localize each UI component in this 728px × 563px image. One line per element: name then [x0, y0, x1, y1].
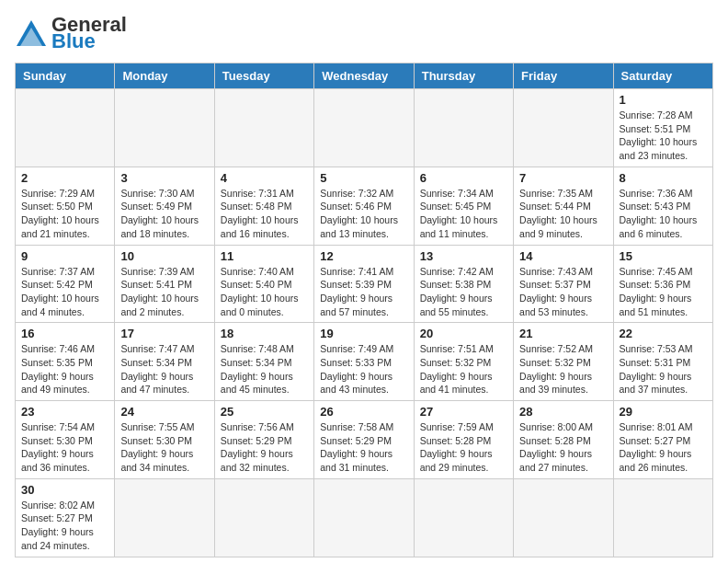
day-number: 18: [221, 327, 308, 340]
calendar-cell: 18Sunrise: 7:48 AMSunset: 5:34 PMDayligh…: [214, 323, 313, 401]
day-info: Sunrise: 7:30 AMSunset: 5:49 PMDaylight:…: [120, 187, 208, 241]
day-number: 4: [221, 171, 308, 185]
calendar-cell: 4Sunrise: 7:31 AMSunset: 5:48 PMDaylight…: [214, 167, 313, 245]
calendar-cell: [115, 478, 214, 557]
day-info: Sunrise: 7:42 AMSunset: 5:38 PMDaylight:…: [420, 265, 507, 319]
calendar-cell: 29Sunrise: 8:01 AMSunset: 5:27 PMDayligh…: [613, 401, 712, 479]
calendar-cell: 17Sunrise: 7:47 AMSunset: 5:34 PMDayligh…: [115, 323, 214, 401]
calendar-cell: 28Sunrise: 8:00 AMSunset: 5:28 PMDayligh…: [514, 401, 613, 479]
day-number: 10: [120, 249, 208, 263]
logo-blue: Blue: [51, 31, 96, 52]
calendar-cell: 1Sunrise: 7:28 AMSunset: 5:51 PMDaylight…: [613, 89, 712, 167]
day-info: Sunrise: 7:31 AMSunset: 5:48 PMDaylight:…: [221, 187, 308, 241]
calendar-cell: 24Sunrise: 7:55 AMSunset: 5:30 PMDayligh…: [115, 401, 214, 479]
day-header-tuesday: Tuesday: [214, 63, 313, 89]
day-number: 5: [320, 171, 407, 185]
day-info: Sunrise: 7:41 AMSunset: 5:39 PMDaylight:…: [320, 265, 407, 319]
day-number: 26: [320, 405, 407, 419]
day-number: 7: [519, 171, 607, 185]
calendar-week-row: 1Sunrise: 7:28 AMSunset: 5:51 PMDaylight…: [16, 89, 713, 167]
day-number: 14: [519, 249, 607, 263]
calendar-cell: [514, 478, 613, 557]
day-header-saturday: Saturday: [613, 63, 712, 89]
day-number: 1: [620, 93, 707, 107]
day-info: Sunrise: 7:52 AMSunset: 5:32 PMDaylight:…: [519, 342, 607, 396]
day-number: 17: [120, 327, 208, 340]
calendar-cell: [214, 478, 313, 557]
day-info: Sunrise: 7:55 AMSunset: 5:30 PMDaylight:…: [120, 420, 208, 475]
day-info: Sunrise: 7:47 AMSunset: 5:34 PMDaylight:…: [120, 342, 208, 396]
calendar-cell: [314, 89, 414, 167]
calendar-cell: 13Sunrise: 7:42 AMSunset: 5:38 PMDayligh…: [414, 245, 513, 323]
day-number: 12: [320, 249, 407, 263]
calendar-cell: 27Sunrise: 7:59 AMSunset: 5:28 PMDayligh…: [414, 401, 513, 479]
day-number: 13: [420, 249, 507, 263]
calendar-cell: 9Sunrise: 7:37 AMSunset: 5:42 PMDaylight…: [16, 245, 115, 323]
day-number: 23: [21, 405, 108, 419]
day-info: Sunrise: 7:46 AMSunset: 5:35 PMDaylight:…: [21, 342, 108, 396]
day-number: 11: [221, 249, 308, 263]
day-header-monday: Monday: [115, 63, 214, 89]
day-info: Sunrise: 7:35 AMSunset: 5:44 PMDaylight:…: [519, 187, 607, 241]
day-number: 6: [420, 171, 507, 185]
day-header-wednesday: Wednesday: [314, 63, 414, 89]
calendar-cell: [414, 478, 513, 557]
calendar-cell: 21Sunrise: 7:52 AMSunset: 5:32 PMDayligh…: [514, 323, 613, 401]
calendar-cell: 7Sunrise: 7:35 AMSunset: 5:44 PMDaylight…: [514, 167, 613, 245]
day-header-thursday: Thursday: [414, 63, 513, 89]
calendar-cell: 22Sunrise: 7:53 AMSunset: 5:31 PMDayligh…: [613, 323, 712, 401]
calendar-cell: [414, 89, 513, 167]
calendar-cell: 3Sunrise: 7:30 AMSunset: 5:49 PMDaylight…: [115, 167, 214, 245]
day-info: Sunrise: 7:58 AMSunset: 5:29 PMDaylight:…: [320, 420, 407, 475]
logo: General Blue: [15, 15, 127, 52]
day-number: 21: [519, 327, 607, 340]
calendar-cell: [514, 89, 613, 167]
calendar-cell: [115, 89, 214, 167]
day-number: 24: [120, 405, 208, 419]
day-info: Sunrise: 7:48 AMSunset: 5:34 PMDaylight:…: [221, 342, 308, 396]
day-number: 2: [21, 171, 108, 185]
day-number: 8: [620, 171, 707, 185]
calendar-cell: [16, 89, 115, 167]
day-info: Sunrise: 7:36 AMSunset: 5:43 PMDaylight:…: [620, 187, 707, 241]
day-info: Sunrise: 7:37 AMSunset: 5:42 PMDaylight:…: [21, 265, 108, 319]
calendar-cell: 8Sunrise: 7:36 AMSunset: 5:43 PMDaylight…: [613, 167, 712, 245]
day-number: 20: [420, 327, 507, 340]
day-info: Sunrise: 7:32 AMSunset: 5:46 PMDaylight:…: [320, 187, 407, 241]
day-info: Sunrise: 7:53 AMSunset: 5:31 PMDaylight:…: [620, 342, 707, 396]
day-number: 19: [320, 327, 407, 340]
calendar-cell: 16Sunrise: 7:46 AMSunset: 5:35 PMDayligh…: [16, 323, 115, 401]
day-number: 16: [21, 327, 108, 340]
calendar-cell: 26Sunrise: 7:58 AMSunset: 5:29 PMDayligh…: [314, 401, 414, 479]
calendar-cell: 30Sunrise: 8:02 AMSunset: 5:27 PMDayligh…: [16, 478, 115, 557]
calendar-week-row: 2Sunrise: 7:29 AMSunset: 5:50 PMDaylight…: [16, 167, 713, 245]
calendar-cell: [314, 478, 414, 557]
calendar-cell: [613, 478, 712, 557]
day-number: 27: [420, 405, 507, 419]
day-number: 28: [519, 405, 607, 419]
calendar-cell: 14Sunrise: 7:43 AMSunset: 5:37 PMDayligh…: [514, 245, 613, 323]
calendar-cell: 10Sunrise: 7:39 AMSunset: 5:41 PMDayligh…: [115, 245, 214, 323]
calendar-cell: 23Sunrise: 7:54 AMSunset: 5:30 PMDayligh…: [16, 401, 115, 479]
day-info: Sunrise: 7:56 AMSunset: 5:29 PMDaylight:…: [221, 420, 308, 475]
day-number: 3: [120, 171, 208, 185]
day-number: 22: [620, 327, 707, 340]
calendar-cell: 2Sunrise: 7:29 AMSunset: 5:50 PMDaylight…: [16, 167, 115, 245]
calendar-cell: 19Sunrise: 7:49 AMSunset: 5:33 PMDayligh…: [314, 323, 414, 401]
calendar-week-row: 23Sunrise: 7:54 AMSunset: 5:30 PMDayligh…: [16, 401, 713, 479]
calendar-table: SundayMondayTuesdayWednesdayThursdayFrid…: [15, 63, 713, 557]
calendar-cell: 12Sunrise: 7:41 AMSunset: 5:39 PMDayligh…: [314, 245, 414, 323]
calendar-cell: 20Sunrise: 7:51 AMSunset: 5:32 PMDayligh…: [414, 323, 513, 401]
day-info: Sunrise: 7:39 AMSunset: 5:41 PMDaylight:…: [120, 265, 208, 319]
logo-icon: [15, 17, 48, 50]
calendar-cell: 25Sunrise: 7:56 AMSunset: 5:29 PMDayligh…: [214, 401, 313, 479]
calendar-header-row: SundayMondayTuesdayWednesdayThursdayFrid…: [16, 63, 713, 89]
calendar-cell: 15Sunrise: 7:45 AMSunset: 5:36 PMDayligh…: [613, 245, 712, 323]
day-info: Sunrise: 7:43 AMSunset: 5:37 PMDaylight:…: [519, 265, 607, 319]
calendar-cell: 11Sunrise: 7:40 AMSunset: 5:40 PMDayligh…: [214, 245, 313, 323]
day-info: Sunrise: 8:00 AMSunset: 5:28 PMDaylight:…: [519, 420, 607, 475]
page-header: General Blue: [15, 15, 713, 52]
day-number: 15: [620, 249, 707, 263]
logo-text-block: General Blue: [51, 15, 127, 52]
calendar-week-row: 9Sunrise: 7:37 AMSunset: 5:42 PMDaylight…: [16, 245, 713, 323]
